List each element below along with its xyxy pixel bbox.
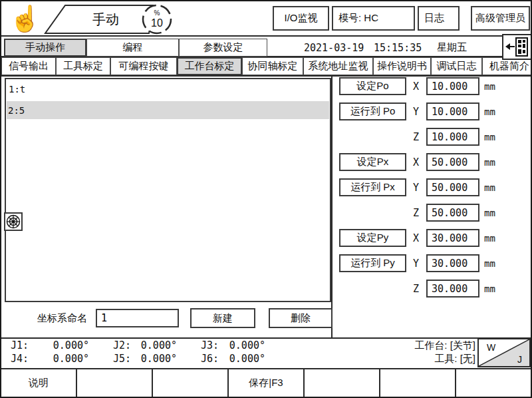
model-number-button[interactable]: 模号: HC [332,6,415,31]
new-button[interactable]: 新建 [190,308,255,328]
subtab-tool-calibration[interactable]: 工具标定 [56,57,110,75]
subtab-workbench-calibration[interactable]: 工作台标定 [177,57,242,75]
py-y-field[interactable]: 30.000 [426,254,479,272]
keyboard-toggle-button[interactable] [502,34,532,60]
target-wheel-icon [6,214,21,229]
run-to-px-button[interactable]: 运行到 Px [339,178,406,196]
fkey-empty-2 [77,369,153,397]
log-button[interactable]: 日志 [418,6,460,31]
panel-divider [331,77,332,337]
po-y-field[interactable]: 10.000 [426,102,479,120]
hand-mode-icon: ☝ [9,3,41,35]
joint-j6-value: 0.000° [217,352,265,365]
axis-label: Z [413,128,419,146]
set-py-button[interactable]: 设定Py [339,229,406,247]
subtab-operation-manual[interactable]: 操作说明书 [373,57,431,75]
fkey-empty-6 [380,369,456,397]
tab-programming[interactable]: 编程 [86,39,179,57]
status-time: 15:15:35 [374,39,422,57]
admin-level-button[interactable]: 高级管理员 [471,6,530,31]
set-po-button[interactable]: 设定Po [339,77,406,95]
subtab-signal-output[interactable]: 信号输出 [1,57,56,75]
unit-label: mm [484,280,495,298]
run-to-py-button[interactable]: 运行到 Py [339,254,406,272]
fkey-empty-3 [153,369,229,397]
unit-label: mm [484,204,495,222]
joint-j6-label: J6: [201,352,219,365]
mode-banner: 手动 % 10 [37,2,180,37]
fkey-empty-7 [456,369,531,397]
axis-label: Z [413,280,419,298]
set-px-button[interactable]: 设定Px [339,153,406,171]
joint-j4-value: 0.000° [31,352,89,365]
po-x-field[interactable]: 10.000 [426,77,479,95]
speed-value-label: 10 [151,17,163,29]
po-z-field[interactable]: 10.000 [426,128,479,146]
joint-j1-label: J1: [11,339,29,352]
joint-j4-label: J4: [11,352,29,365]
fkey-help-button[interactable]: 说明 [1,369,77,397]
unit-label: mm [484,128,495,146]
status-date: 2021-03-19 [304,39,364,57]
unit-label: mm [484,229,495,247]
subtab-debug-log[interactable]: 调试日志 [431,57,482,75]
unit-label: mm [484,77,495,95]
unit-label: mm [484,178,495,196]
py-z-field[interactable]: 30.000 [426,280,479,298]
joint-j3-label: J3: [201,339,219,352]
list-item-label: 2:5 [7,105,25,116]
subtab-coaxial-calibration[interactable]: 协同轴标定 [242,57,303,75]
axis-label: Y [413,178,419,196]
axis-label: Z [413,204,419,222]
naming-input-box [96,309,179,327]
axis-label: X [413,153,419,171]
axis-label: Y [413,254,419,272]
axis-label: X [413,229,419,247]
calibration-wheel-button[interactable] [4,212,23,231]
unit-label: mm [484,102,495,120]
workbench-mode-label: 工作台: [关节] [321,339,475,352]
tab-parameter-setting[interactable]: 参数设定 [179,39,267,57]
speed-unit-label: % [154,9,160,17]
joint-j3-value: 0.000° [217,339,265,352]
world-frame-label: W [487,342,496,353]
tool-mode-label: 工具: [无] [321,352,475,365]
joint-frame-label: J [517,354,522,365]
fkey-empty-5 [305,369,380,397]
list-item-selected[interactable]: 2:5 [7,101,329,119]
delete-button[interactable]: 删除 [269,308,332,328]
list-item[interactable]: 1:t [9,81,25,97]
mode-banner-label: 手动 [92,12,119,27]
joint-j5-value: 0.000° [129,352,177,365]
joint-j1-value: 0.000° [31,339,89,352]
unit-label: mm [484,254,495,272]
function-key-bar: 说明 保存|F3 [1,368,531,397]
io-monitor-button[interactable]: I/O监视 [273,6,329,31]
robot-control-window: ☝ 手动 % 10 I/O监视 模号: HC 日志 高级管理员 手动操作 编程 … [0,0,532,398]
world-joint-diagonal-icon: W J [479,339,529,366]
subtab-programmable-keys[interactable]: 可编程按键 [110,57,177,75]
axis-label: X [413,77,419,95]
py-x-field[interactable]: 30.000 [426,229,479,247]
subtab-system-address-monitor[interactable]: 系统地址监视 [303,57,373,75]
tab-manual-operation[interactable]: 手动操作 [4,39,86,57]
joint-j2-value: 0.000° [129,339,177,352]
px-x-field[interactable]: 50.000 [426,153,479,171]
status-weekday: 星期五 [437,39,467,57]
sub-tab-row: 信号输出 工具标定 可编程按键 工作台标定 协同轴标定 系统地址监视 操作说明书… [1,57,531,77]
naming-input[interactable] [97,310,178,326]
axis-label: Y [413,102,419,120]
run-to-po-button[interactable]: 运行到 Po [339,102,406,120]
naming-label: 坐标系命名 [37,308,87,328]
px-z-field[interactable]: 50.000 [426,204,479,222]
fkey-save-button[interactable]: 保存|F3 [229,369,305,397]
world-joint-toggle[interactable]: W J [477,338,531,367]
unit-label: mm [484,153,495,171]
keyboard-collapse-icon [503,35,531,59]
px-y-field[interactable]: 50.000 [426,178,479,196]
